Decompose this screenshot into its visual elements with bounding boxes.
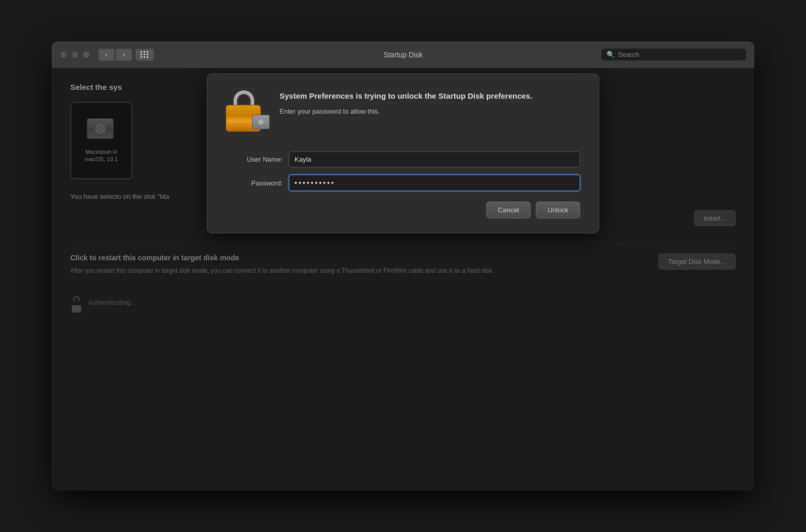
window-title: Startup Disk <box>383 51 423 59</box>
cancel-button[interactable]: Cancel <box>486 201 531 218</box>
app-window: ‹ › Startup Disk 🔍 Search Select the sys <box>52 41 754 491</box>
dialog-description: Enter your password to allow this. <box>280 106 532 117</box>
username-input[interactable] <box>289 151 580 167</box>
minimize-button[interactable] <box>71 51 79 58</box>
password-row: Password: <box>226 175 580 191</box>
forward-icon: › <box>123 51 125 58</box>
main-content: Select the sys Macintosh H macOS, 10.1 Y… <box>52 68 754 491</box>
traffic-lights <box>60 51 90 58</box>
back-button[interactable]: ‹ <box>98 49 115 61</box>
unlock-button[interactable]: Unlock <box>536 201 580 218</box>
password-label: Password: <box>226 179 283 187</box>
fullscreen-button[interactable] <box>83 51 90 58</box>
dialog-buttons: Cancel Unlock <box>226 201 580 218</box>
password-input[interactable] <box>289 175 580 191</box>
back-icon: ‹ <box>105 51 107 58</box>
grid-icon <box>141 51 149 58</box>
dialog-overlay: System Preferences is trying to unlock t… <box>52 68 754 491</box>
mini-disk-circle <box>258 119 264 124</box>
titlebar: ‹ › Startup Disk 🔍 Search <box>52 41 754 68</box>
nav-buttons: ‹ › <box>98 49 132 61</box>
dialog-header: System Preferences is trying to unlock t… <box>226 90 580 137</box>
close-button[interactable] <box>60 51 67 58</box>
search-icon: 🔍 <box>607 51 615 58</box>
dialog-text: System Preferences is trying to unlock t… <box>280 90 532 117</box>
lock-container <box>226 90 262 132</box>
auth-dialog: System Preferences is trying to unlock t… <box>207 73 599 233</box>
username-label: User Name: <box>226 155 283 163</box>
lock-large-icon <box>226 90 267 137</box>
forward-button[interactable]: › <box>116 49 132 61</box>
username-row: User Name: <box>226 151 580 167</box>
search-input[interactable]: Search <box>618 51 639 58</box>
lock-shackle-large <box>234 90 254 106</box>
mini-disk-icon <box>252 115 270 129</box>
search-bar[interactable]: 🔍 Search <box>601 49 746 60</box>
grid-view-button[interactable] <box>135 49 154 61</box>
dialog-title: System Preferences is trying to unlock t… <box>280 90 532 101</box>
lock-body-large <box>226 105 261 132</box>
